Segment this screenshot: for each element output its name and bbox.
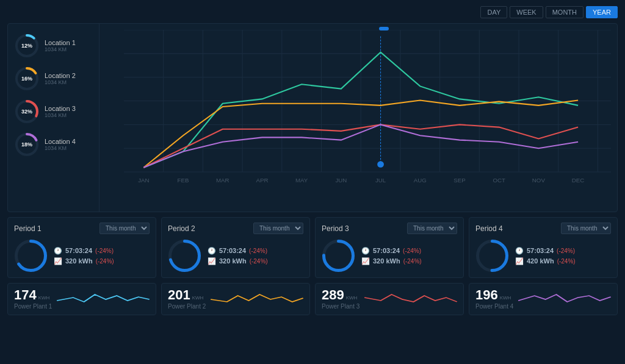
mini-chart-3 (364, 288, 457, 310)
legend-text-2: Location 2 1034 KM (45, 72, 76, 85)
legend-text-4: Location 4 1034 KM (45, 138, 76, 151)
period-time-row-3: 🕐 57:03:24 (-24%) (361, 247, 422, 255)
period-donut-4 (475, 239, 509, 273)
stat-unit-2: KWH (192, 295, 204, 301)
period-donut-2 (168, 239, 201, 273)
period-select-4[interactable]: This month (561, 223, 611, 234)
legend-name-1: Location 1 (45, 39, 76, 46)
mini-chart-4 (518, 288, 611, 310)
clock-icon-2: 🕐 (208, 247, 216, 255)
trend-icon-1: 📈 (54, 257, 62, 265)
time-filter-year[interactable]: YEAR (586, 6, 618, 18)
period-body-3: 🕐 57:03:24 (-24%) 📈 320 kWh (-24%) (322, 239, 457, 273)
header: DAYWEEKMONTHYEAR (7, 6, 618, 18)
svg-text:OCT: OCT (493, 177, 505, 184)
period-kwh-row-3: 📈 320 kWh (-24%) (361, 257, 422, 265)
period-card-2: Period 2 This month 🕐 57:03:24 (-24 (161, 217, 310, 278)
period-body-1: 🕐 57:03:24 (-24%) 📈 320 kWh (-24%) (14, 239, 150, 273)
period-card-4: Period 4 This month 🕐 57:03:24 (-24 (469, 217, 618, 278)
stat-number-group-3: 289 KWH Power Plant 3 (322, 288, 359, 310)
time-filter-day[interactable]: DAY (480, 6, 507, 18)
legend: 12% Location 1 1034 KM 16% Location 2 10… (8, 24, 99, 212)
period-time-1: 57:03:24 (65, 247, 92, 254)
donut-pct-4: 18% (21, 141, 32, 148)
stat-label-3: Power Plant 3 (322, 303, 359, 310)
stat-unit-3: KWH (346, 295, 358, 301)
legend-item-3: 32% Location 3 1034 KM (14, 99, 93, 124)
legend-name-2: Location 2 (45, 72, 76, 79)
legend-km-1: 1034 KM (45, 46, 76, 52)
legend-name-4: Location 4 (45, 138, 76, 145)
svg-text:JAN: JAN (138, 177, 149, 184)
stat-unit-1: KWH (38, 295, 50, 301)
period-title-4: Period 4 (475, 224, 503, 233)
period-time-4: 57:03:24 (527, 247, 554, 254)
svg-text:MAY: MAY (295, 177, 308, 184)
stat-card-1: 174 KWH Power Plant 1 (7, 283, 156, 315)
period-select-3[interactable]: This month (407, 223, 457, 234)
stat-number-2: 201 (168, 288, 190, 302)
period-kwh-neg-2: (-24%) (250, 258, 268, 265)
svg-text:JUL: JUL (375, 177, 386, 184)
period-body-2: 🕐 57:03:24 (-24%) 📈 320 kWh (-24%) (168, 239, 303, 273)
stat-card-3: 289 KWH Power Plant 3 (315, 283, 464, 315)
stat-number-group-1: 174 KWH Power Plant 1 (14, 288, 52, 310)
period-kwh-1: 320 kWh (65, 257, 93, 265)
period-time-3: 57:03:24 (373, 247, 400, 254)
time-filter-month[interactable]: MONTH (546, 6, 583, 18)
legend-km-3: 1034 KM (45, 112, 76, 118)
time-filters: DAYWEEKMONTHYEAR (480, 6, 618, 18)
time-filter-week[interactable]: WEEK (510, 6, 543, 18)
period-kwh-neg-1: (-24%) (96, 258, 114, 265)
period-time-row-4: 🕐 57:03:24 (-24%) (515, 247, 576, 255)
chart-section: 12% Location 1 1034 KM 16% Location 2 10… (7, 23, 618, 212)
stat-number-1: 174 (14, 288, 37, 302)
period-card-3: Period 3 This month 🕐 57:03:24 (-24 (315, 217, 464, 278)
period-header-1: Period 1 This month (14, 223, 150, 234)
clock-icon-3: 🕐 (361, 247, 370, 255)
legend-item-1: 12% Location 1 1034 KM (14, 33, 93, 59)
mini-chart-1 (57, 288, 150, 310)
period-stats-1: 🕐 57:03:24 (-24%) 📈 320 kWh (-24%) (54, 247, 114, 265)
svg-text:FEB: FEB (178, 177, 189, 184)
period-time-neg-2: (-24%) (249, 248, 267, 254)
period-select-2[interactable]: This month (253, 223, 303, 234)
period-time-neg-3: (-24%) (403, 248, 421, 254)
period-time-row-2: 🕐 57:03:24 (-24%) (208, 247, 268, 255)
stat-label-4: Power Plant 4 (475, 303, 513, 310)
stat-number-group-2: 201 KWH Power Plant 2 (168, 288, 206, 310)
donut-2: 16% (14, 66, 40, 91)
stat-number-group-4: 196 KWH Power Plant 4 (475, 288, 513, 310)
period-header-2: Period 2 This month (168, 223, 303, 234)
period-donut-1 (14, 239, 48, 273)
stat-unit-4: KWH (500, 295, 511, 301)
period-header-4: Period 4 This month (475, 223, 611, 234)
period-time-row-1: 🕐 57:03:24 (-24%) (54, 247, 114, 255)
chart-tooltip (379, 27, 389, 30)
period-stats-3: 🕐 57:03:24 (-24%) 📈 320 kWh (-24%) (361, 247, 422, 265)
period-kwh-neg-3: (-24%) (403, 258, 422, 265)
period-title-3: Period 3 (322, 224, 349, 233)
period-select-1[interactable]: This month (99, 223, 150, 234)
legend-item-2: 16% Location 2 1034 KM (14, 66, 93, 91)
period-donut-3 (322, 239, 355, 273)
donut-pct-2: 16% (21, 76, 32, 82)
period-kwh-neg-4: (-24%) (557, 258, 576, 265)
period-body-4: 🕐 57:03:24 (-24%) 📈 420 kWh (-24%) (475, 239, 611, 273)
svg-text:APR: APR (256, 177, 268, 184)
mini-chart-2 (211, 288, 303, 310)
legend-text-3: Location 3 1034 KM (45, 105, 76, 118)
trend-icon-4: 📈 (515, 257, 524, 265)
donut-1: 12% (14, 33, 40, 59)
svg-text:NOV: NOV (532, 177, 546, 184)
period-time-2: 57:03:24 (219, 247, 246, 254)
donut-pct-3: 32% (21, 109, 32, 115)
stat-label-2: Power Plant 2 (168, 303, 206, 310)
period-title-2: Period 2 (168, 224, 195, 233)
stat-card-4: 196 KWH Power Plant 4 (469, 283, 618, 315)
legend-name-3: Location 3 (45, 105, 76, 112)
period-kwh-4: 420 kWh (527, 257, 554, 265)
period-kwh-row-4: 📈 420 kWh (-24%) (515, 257, 576, 265)
period-kwh-row-1: 📈 320 kWh (-24%) (54, 257, 114, 265)
stat-label-1: Power Plant 1 (14, 303, 52, 310)
